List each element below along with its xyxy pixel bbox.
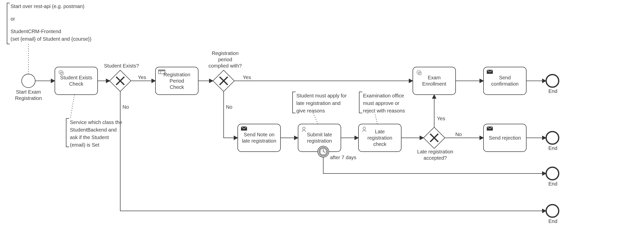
end-event-3[interactable] <box>546 167 559 180</box>
annotation-bracket <box>293 92 296 113</box>
association <box>70 95 74 118</box>
svg-point-20 <box>363 127 366 130</box>
flow <box>224 91 238 138</box>
user-task-icon <box>362 127 366 132</box>
end-event-4[interactable] <box>546 205 559 217</box>
user-task-icon <box>302 127 306 132</box>
gateway-registration-period[interactable] <box>213 70 234 92</box>
annotation-bracket <box>66 118 69 147</box>
end-label-1: End <box>548 88 557 94</box>
association <box>375 113 377 124</box>
svg-point-24 <box>419 72 422 75</box>
annotation-bracket <box>359 92 362 113</box>
end-label-2: End <box>548 145 557 151</box>
flow <box>323 157 546 173</box>
task-student-exists-check[interactable] <box>55 67 98 95</box>
annotation-bracket <box>7 3 10 44</box>
service-task-icon <box>59 70 64 75</box>
svg-point-2 <box>61 72 64 75</box>
svg-point-10 <box>303 127 305 130</box>
svg-rect-7 <box>158 70 165 71</box>
business-rule-icon <box>158 70 165 74</box>
send-task-icon <box>487 127 493 131</box>
gateway-student-exists[interactable] <box>110 70 131 92</box>
send-task-icon <box>241 127 247 131</box>
task-late-registration-check[interactable] <box>358 124 401 152</box>
end-event-1[interactable] <box>546 75 559 87</box>
service-task-icon <box>417 70 422 75</box>
svg-point-0 <box>59 70 63 74</box>
annotation-late-check: Examination office must approve or rejec… <box>363 92 418 114</box>
end-event-2[interactable] <box>546 132 559 144</box>
send-task-icon <box>487 70 493 74</box>
association <box>313 113 318 124</box>
annotation-top-left-line1: Start over rest-api (e.g. postman) <box>11 3 84 10</box>
task-exam-enrollment[interactable] <box>413 67 456 95</box>
gateway-late-accepted[interactable] <box>424 127 445 149</box>
end-label-4: End <box>548 218 557 224</box>
annotation-top-left-line3: StudentCRM-Frontend <box>11 28 61 35</box>
annotation-top-left-line4: (set {email} of Student and {course}) <box>11 35 91 43</box>
svg-point-22 <box>417 70 421 74</box>
end-label-3: End <box>548 181 557 187</box>
annotation-top-left-line2: or <box>11 15 15 23</box>
annotation-student-exists-service: Service which class the StudentBackend a… <box>70 118 128 149</box>
annotation-submit-late: Student must apply for late registration… <box>296 92 359 114</box>
boundary-timer-event[interactable] <box>318 146 329 157</box>
start-event[interactable] <box>22 74 35 88</box>
